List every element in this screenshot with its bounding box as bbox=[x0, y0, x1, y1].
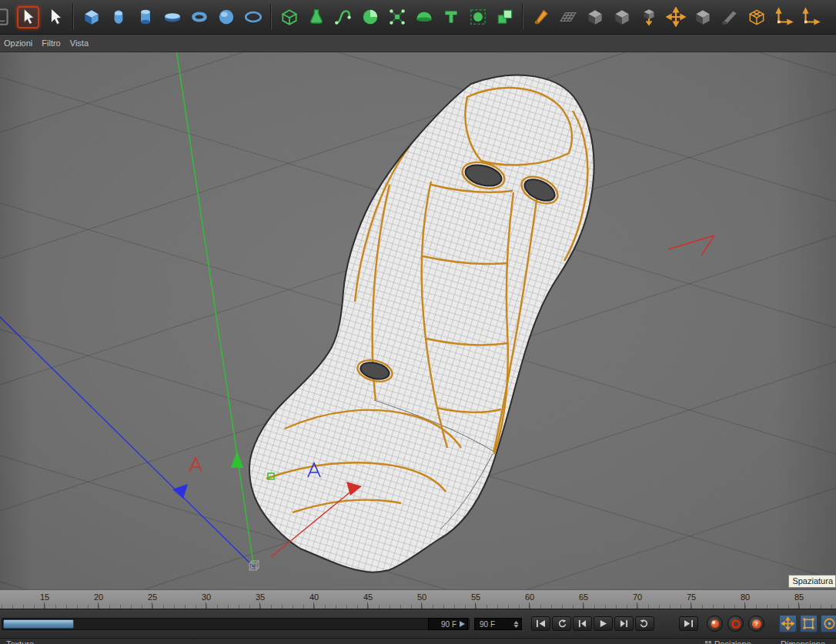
ruler-label-25: 25 bbox=[125, 592, 179, 602]
frame-stepper[interactable] bbox=[513, 621, 519, 628]
grid-box-tool-icon[interactable] bbox=[745, 6, 767, 28]
box-tool-muted-2-icon[interactable] bbox=[610, 6, 633, 28]
transform-arrows-tool-icon[interactable] bbox=[664, 6, 687, 28]
world-z-axis bbox=[0, 312, 256, 569]
y-axis-handle[interactable] bbox=[231, 451, 243, 468]
play-backward-loop-button[interactable] bbox=[552, 616, 571, 631]
ruler-label-20: 20 bbox=[72, 592, 125, 602]
timeline-playbar: 90 F 90 F ? bbox=[0, 609, 836, 638]
bottom-panel-strip: Texture Posizione Dimensione bbox=[0, 638, 836, 644]
toolbar-separator bbox=[522, 4, 523, 30]
timeline-scroll-track[interactable] bbox=[2, 618, 470, 630]
point-edit-pen-icon[interactable] bbox=[530, 6, 552, 28]
goto-end-button[interactable] bbox=[679, 616, 698, 631]
array-generator-icon[interactable] bbox=[386, 6, 408, 28]
tablet-tool-icon[interactable] bbox=[0, 6, 12, 28]
record-dot: ? bbox=[752, 619, 761, 629]
ruler-label-40: 40 bbox=[287, 592, 341, 602]
ruler-label-75: 75 bbox=[664, 592, 718, 602]
viewport-3d[interactable]: Spaziatura bbox=[0, 52, 836, 589]
record-dot bbox=[731, 619, 741, 629]
world-y-axis bbox=[176, 52, 254, 568]
live-selection-tool-icon[interactable] bbox=[17, 6, 39, 28]
autokey-button[interactable] bbox=[727, 616, 744, 632]
plane-grid-tool-icon[interactable] bbox=[557, 6, 579, 28]
metaball-generator-icon[interactable] bbox=[493, 6, 516, 28]
ruler-label-45: 45 bbox=[341, 592, 395, 602]
next-frame-button[interactable] bbox=[614, 616, 634, 631]
record-keyframe-button[interactable] bbox=[707, 616, 723, 632]
frame-end-field[interactable]: 90 F bbox=[428, 618, 468, 630]
sphere-primitive-icon[interactable] bbox=[215, 6, 237, 28]
texture-label: Texture bbox=[6, 639, 34, 644]
instance-generator-icon[interactable] bbox=[466, 6, 489, 28]
camera-rotate-button[interactable] bbox=[821, 615, 836, 632]
disc-primitive-icon[interactable] bbox=[161, 6, 183, 28]
timeline-ruler[interactable]: 152025303540455055606570758085 bbox=[0, 589, 836, 609]
top-toolbar bbox=[0, 0, 836, 35]
world-x-axis bbox=[668, 235, 714, 255]
ruler-label-85: 85 bbox=[772, 592, 826, 602]
capsule-primitive-icon[interactable] bbox=[107, 6, 129, 28]
symmetry-generator-icon[interactable] bbox=[413, 6, 435, 28]
ruler-label-15: 15 bbox=[18, 592, 72, 602]
torus-primitive-icon[interactable] bbox=[188, 6, 210, 28]
knife-tool-icon[interactable] bbox=[718, 6, 741, 28]
box-arrow-tool-icon[interactable] bbox=[637, 6, 660, 28]
timeline-scroll-thumb[interactable] bbox=[3, 619, 74, 629]
camera-move-button[interactable] bbox=[779, 615, 797, 632]
text-generator-icon[interactable] bbox=[440, 6, 462, 28]
goto-start-button[interactable] bbox=[531, 616, 550, 631]
ruler-label-60: 60 bbox=[503, 592, 557, 602]
boole-generator-icon[interactable] bbox=[359, 6, 381, 28]
current-frame-value: 90 F bbox=[480, 620, 495, 629]
frame-goto-icon[interactable] bbox=[460, 620, 465, 629]
menu-item-opzioni[interactable]: Opzioni bbox=[2, 37, 39, 50]
lathe-generator-icon[interactable] bbox=[305, 6, 327, 28]
ruler-label-55: 55 bbox=[449, 592, 503, 602]
current-frame-field[interactable]: 90 F bbox=[474, 618, 522, 630]
cube-primitive-icon[interactable] bbox=[80, 6, 102, 28]
toolbar-separator bbox=[270, 4, 272, 30]
camera-scale-button[interactable] bbox=[800, 615, 818, 632]
z-axis-handle[interactable] bbox=[172, 484, 188, 499]
grid-icon bbox=[705, 639, 711, 644]
position-column-header: Posizione bbox=[705, 639, 751, 644]
spline-generator-icon[interactable] bbox=[332, 6, 354, 28]
box-tool-muted-3-icon[interactable] bbox=[691, 6, 714, 28]
ruler-label-30: 30 bbox=[179, 592, 233, 602]
ruler-label-65: 65 bbox=[557, 592, 610, 602]
ruler-label-35: 35 bbox=[233, 592, 287, 602]
selection-arrow-tool-icon[interactable] bbox=[44, 6, 66, 28]
stepper-down-icon[interactable] bbox=[513, 625, 519, 628]
ruler-label-70: 70 bbox=[610, 592, 664, 602]
loop-forward-button[interactable] bbox=[635, 616, 654, 631]
spacing-tooltip: Spaziatura bbox=[788, 575, 836, 588]
seat-model[interactable] bbox=[249, 75, 594, 572]
box-tool-muted-icon[interactable] bbox=[584, 6, 606, 28]
previous-frame-button[interactable] bbox=[573, 616, 592, 631]
menu-item-vista[interactable]: Vista bbox=[68, 37, 95, 50]
x-axis-letter bbox=[189, 458, 202, 472]
stepper-up-icon[interactable] bbox=[513, 621, 519, 624]
record-options-button[interactable]: ? bbox=[748, 616, 764, 632]
dimension-column-header: Dimensione bbox=[781, 639, 825, 644]
menu-item-filtro[interactable]: Filtro bbox=[39, 37, 67, 50]
axis-tool-icon[interactable] bbox=[772, 6, 794, 28]
cylinder-primitive-icon[interactable] bbox=[134, 6, 156, 28]
oval-primitive-icon[interactable] bbox=[242, 6, 264, 28]
ruler-label-80: 80 bbox=[718, 592, 772, 602]
viewport-3d-scene[interactable] bbox=[0, 52, 836, 589]
toolbar-separator bbox=[72, 4, 74, 30]
play-button[interactable] bbox=[594, 616, 613, 631]
record-dot bbox=[711, 619, 720, 629]
frame-end-value: 90 F bbox=[441, 620, 456, 629]
viewport-menubar: Opzioni Filtro Vista bbox=[0, 35, 836, 52]
ruler-label-50: 50 bbox=[395, 592, 449, 602]
axis-snap-tool-icon[interactable] bbox=[799, 6, 821, 28]
generator-cube-icon[interactable] bbox=[278, 6, 300, 28]
